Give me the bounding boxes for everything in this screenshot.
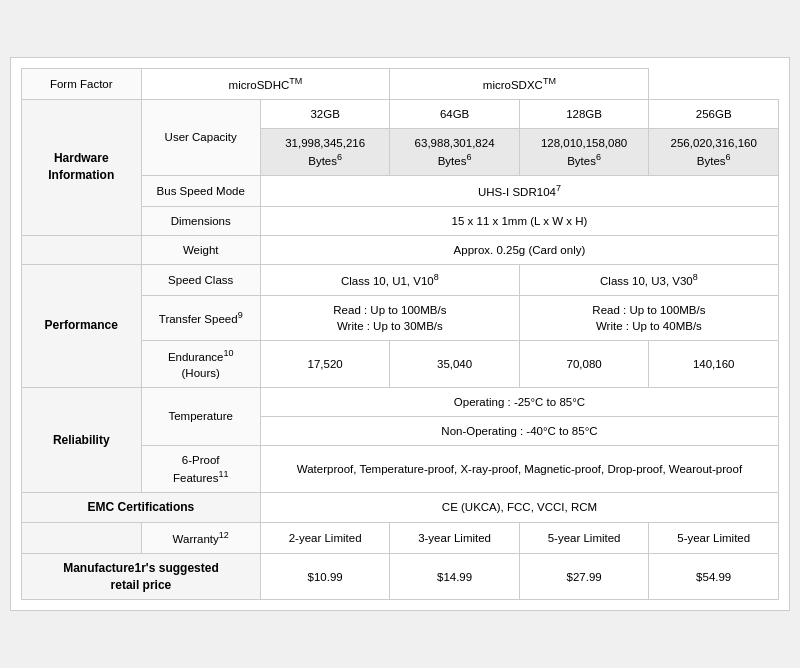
speed-class-32-64: Class 10, U1, V108 xyxy=(260,264,519,295)
spec-table: Form Factor microSDHCTM microSDXCTM Hard… xyxy=(21,68,779,601)
temperature-operating: Operating : -25°C to 85°C xyxy=(260,387,778,416)
warranty-row: Warranty12 2-year Limited 3-year Limited… xyxy=(22,522,779,553)
capacity-header-row: HardwareInformation User Capacity 32GB 6… xyxy=(22,99,779,128)
emc-row: EMC Certifications CE (UKCA), FCC, VCCI,… xyxy=(22,493,779,523)
form-factor-label: Form Factor xyxy=(22,68,142,99)
capacity-bytes-64: 63,988,301,824Bytes6 xyxy=(390,128,519,175)
weight-empty-cat xyxy=(22,235,142,264)
warranty-128: 5-year Limited xyxy=(519,522,649,553)
price-32: $10.99 xyxy=(260,553,389,600)
six-proof-value: Waterproof, Temperature-proof, X-ray-pro… xyxy=(260,446,778,493)
dimensions-value: 15 x 11 x 1mm (L x W x H) xyxy=(260,206,778,235)
transfer-speed-label: Transfer Speed9 xyxy=(141,295,260,340)
warranty-empty xyxy=(22,522,142,553)
bus-speed-label: Bus Speed Mode xyxy=(141,175,260,206)
endurance-32: 17,520 xyxy=(260,340,389,387)
emc-value: CE (UKCA), FCC, VCCI, RCM xyxy=(260,493,778,523)
form-factor-microsdhc: microSDHCTM xyxy=(141,68,390,99)
bus-speed-value: UHS-I SDR1047 xyxy=(260,175,778,206)
capacity-32gb: 32GB xyxy=(260,99,389,128)
weight-value: Approx. 0.25g (Card only) xyxy=(260,235,778,264)
warranty-64: 3-year Limited xyxy=(390,522,519,553)
endurance-label: Endurance10(Hours) xyxy=(141,340,260,387)
form-factor-microsdxc: microSDXCTM xyxy=(390,68,649,99)
spec-card: Form Factor microSDHCTM microSDXCTM Hard… xyxy=(10,57,790,612)
form-factor-row: Form Factor microSDHCTM microSDXCTM xyxy=(22,68,779,99)
dimensions-label: Dimensions xyxy=(141,206,260,235)
weight-label: Weight xyxy=(141,235,260,264)
six-proof-label: 6-ProofFeatures11 xyxy=(141,446,260,493)
capacity-256gb: 256GB xyxy=(649,99,779,128)
warranty-label: Warranty12 xyxy=(141,522,260,553)
temperature-row: Reliability Temperature Operating : -25°… xyxy=(22,387,779,416)
price-64: $14.99 xyxy=(390,553,519,600)
endurance-128: 70,080 xyxy=(519,340,649,387)
speed-class-label: Speed Class xyxy=(141,264,260,295)
price-label: Manufacture1r's suggestedretail price xyxy=(22,553,261,600)
temperature-non-operating: Non-Operating : -40°C to 85°C xyxy=(260,416,778,445)
weight-row: Weight Approx. 0.25g (Card only) xyxy=(22,235,779,264)
warranty-32: 2-year Limited xyxy=(260,522,389,553)
temperature-label: Temperature xyxy=(141,387,260,445)
price-256: $54.99 xyxy=(649,553,779,600)
transfer-speed-128-256: Read : Up to 100MB/sWrite : Up to 40MB/s xyxy=(519,295,778,340)
hardware-info-label: HardwareInformation xyxy=(22,99,142,235)
speed-class-128-256: Class 10, U3, V308 xyxy=(519,264,778,295)
price-128: $27.99 xyxy=(519,553,649,600)
capacity-64gb: 64GB xyxy=(390,99,519,128)
transfer-speed-32-64: Read : Up to 100MB/sWrite : Up to 30MB/s xyxy=(260,295,519,340)
capacity-128gb: 128GB xyxy=(519,99,649,128)
price-row: Manufacture1r's suggestedretail price $1… xyxy=(22,553,779,600)
capacity-bytes-256: 256,020,316,160Bytes6 xyxy=(649,128,779,175)
endurance-256: 140,160 xyxy=(649,340,779,387)
emc-label: EMC Certifications xyxy=(22,493,261,523)
speed-class-row: Performance Speed Class Class 10, U1, V1… xyxy=(22,264,779,295)
warranty-256: 5-year Limited xyxy=(649,522,779,553)
performance-label: Performance xyxy=(22,264,142,387)
user-capacity-label: User Capacity xyxy=(141,99,260,175)
reliability-label: Reliability xyxy=(22,387,142,492)
endurance-64: 35,040 xyxy=(390,340,519,387)
capacity-bytes-32: 31,998,345,216Bytes6 xyxy=(260,128,389,175)
capacity-bytes-128: 128,010,158,080Bytes6 xyxy=(519,128,649,175)
